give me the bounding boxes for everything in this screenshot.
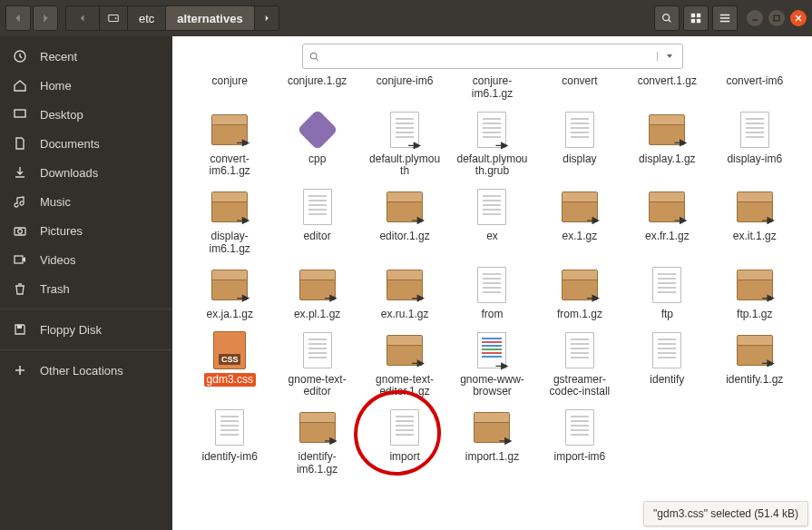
- file-item[interactable]: display-im6.1.gz: [189, 184, 270, 259]
- file-item[interactable]: ex.fr.1.gz: [626, 184, 708, 259]
- svg-point-1: [115, 17, 117, 19]
- file-label: ex.ja.1.gz: [204, 308, 256, 322]
- search-button[interactable]: [654, 5, 680, 31]
- file-item[interactable]: from.1.gz: [539, 262, 621, 324]
- file-label: gnome-www-browser: [453, 373, 531, 400]
- file-item[interactable]: cpp: [276, 107, 357, 182]
- document-icon: [557, 329, 602, 371]
- file-item[interactable]: editor.1.gz: [364, 184, 445, 259]
- file-label: conjure-im6.1.gz: [453, 74, 531, 102]
- file-label: default.plymouth: [366, 152, 444, 180]
- svg-rect-4: [697, 14, 700, 17]
- clock-icon: [13, 49, 27, 64]
- file-label: ex.pl.1.gz: [291, 308, 343, 322]
- file-item[interactable]: identify-im6.1.gz: [276, 405, 357, 479]
- path-seg-etc[interactable]: etc: [128, 6, 166, 30]
- file-label: gstreamer-codec-install: [541, 373, 619, 400]
- file-item[interactable]: from: [451, 262, 533, 324]
- sidebar-item-pictures[interactable]: Pictures: [0, 216, 172, 245]
- path-up-button[interactable]: [66, 6, 100, 30]
- file-item[interactable]: identify-im6: [189, 405, 270, 479]
- document-icon: [732, 109, 778, 151]
- view-mode-button[interactable]: [683, 5, 709, 31]
- plus-icon: [13, 363, 27, 378]
- sidebar-item-desktop[interactable]: Desktop: [0, 100, 172, 129]
- sidebar-item-documents[interactable]: Documents: [0, 129, 172, 158]
- sidebar-item-recent[interactable]: Recent: [0, 42, 172, 71]
- package-icon: [295, 264, 340, 306]
- sidebar-item-music[interactable]: Music: [0, 187, 172, 216]
- sidebar-item-home[interactable]: Home: [0, 71, 172, 100]
- file-item[interactable]: ftp.1.gz: [714, 262, 796, 324]
- file-item[interactable]: conjure-im6: [364, 73, 445, 103]
- file-item[interactable]: identify: [626, 328, 708, 402]
- file-item[interactable]: convert-im6: [714, 73, 796, 103]
- back-button[interactable]: [5, 5, 31, 31]
- sidebar-label: Recent: [40, 50, 77, 64]
- search-options-button[interactable]: [657, 52, 682, 61]
- sidebar-label: Other Locations: [40, 364, 123, 378]
- file-item[interactable]: ex.ja.1.gz: [189, 262, 270, 324]
- search-box: [302, 44, 683, 69]
- file-item[interactable]: CSSgdm3.css: [189, 328, 270, 402]
- file-label: ftp: [659, 308, 676, 322]
- file-item[interactable]: gstreamer-codec-install: [539, 328, 621, 402]
- document-icon: [469, 264, 514, 306]
- file-item[interactable]: import-im6: [539, 405, 621, 479]
- file-item[interactable]: gnome-text-editor: [276, 328, 357, 402]
- close-button[interactable]: [790, 10, 807, 26]
- file-item[interactable]: convert: [539, 73, 621, 103]
- file-item[interactable]: ex.ru.1.gz: [364, 262, 445, 324]
- sidebar-item-floppy[interactable]: Floppy Disk: [0, 315, 172, 344]
- sidebar-label: Floppy Disk: [40, 323, 102, 337]
- path-root-drive[interactable]: [100, 6, 128, 30]
- package-icon: [557, 264, 602, 306]
- file-label: display-im6.1.gz: [191, 230, 269, 257]
- file-item[interactable]: conjure-im6.1.gz: [451, 73, 533, 103]
- file-item[interactable]: ex.it.1.gz: [714, 184, 796, 259]
- file-item[interactable]: default.plymouth.grub: [451, 107, 533, 182]
- file-label: ex.1.gz: [560, 230, 601, 244]
- file-item[interactable]: convert-im6.1.gz: [189, 107, 270, 182]
- file-label: ex.ru.1.gz: [378, 308, 432, 322]
- file-item[interactable]: convert.1.gz: [626, 73, 708, 103]
- sidebar-label: Documents: [40, 137, 100, 151]
- sidebar-label: Pictures: [40, 224, 83, 238]
- minimize-button[interactable]: [747, 10, 763, 26]
- forward-button[interactable]: [33, 5, 58, 31]
- package-icon: [382, 329, 427, 371]
- file-item[interactable]: display-im6: [714, 107, 796, 182]
- path-more-button[interactable]: [255, 6, 279, 30]
- package-icon: [382, 264, 427, 306]
- file-item[interactable]: ex: [451, 184, 533, 259]
- file-item[interactable]: import.1.gz: [451, 405, 533, 479]
- package-icon: [207, 186, 252, 228]
- document-icon: [295, 329, 340, 371]
- file-label: identify: [647, 373, 687, 388]
- file-item[interactable]: display: [539, 107, 621, 182]
- sidebar-item-trash[interactable]: Trash: [0, 274, 172, 303]
- file-item[interactable]: display.1.gz: [626, 107, 708, 182]
- file-item[interactable]: editor: [276, 184, 357, 259]
- sidebar-item-videos[interactable]: Videos: [0, 245, 172, 274]
- sidebar-item-downloads[interactable]: Downloads: [0, 158, 172, 187]
- file-item[interactable]: gnome-text-editor.1.gz: [364, 328, 445, 402]
- file-item[interactable]: identify.1.gz: [714, 328, 796, 402]
- file-item[interactable]: import: [364, 405, 445, 479]
- file-item[interactable]: gnome-www-browser: [451, 328, 533, 402]
- package-icon: [382, 186, 427, 228]
- path-seg-alternatives[interactable]: alternatives: [166, 6, 254, 30]
- file-item[interactable]: ex.1.gz: [539, 184, 621, 259]
- sidebar-item-other-locations[interactable]: Other Locations: [0, 356, 172, 385]
- file-label: ftp.1.gz: [734, 308, 775, 322]
- file-item[interactable]: conjure: [189, 73, 270, 103]
- search-input[interactable]: [327, 50, 657, 64]
- file-item[interactable]: default.plymouth: [364, 107, 445, 182]
- file-item[interactable]: conjure.1.gz: [276, 73, 357, 103]
- menu-button[interactable]: [712, 5, 738, 31]
- maximize-button[interactable]: [768, 10, 785, 26]
- file-item[interactable]: ex.pl.1.gz: [276, 262, 357, 324]
- package-icon: [644, 186, 690, 228]
- file-item[interactable]: ftp: [626, 262, 708, 324]
- sidebar-label: Desktop: [40, 108, 83, 122]
